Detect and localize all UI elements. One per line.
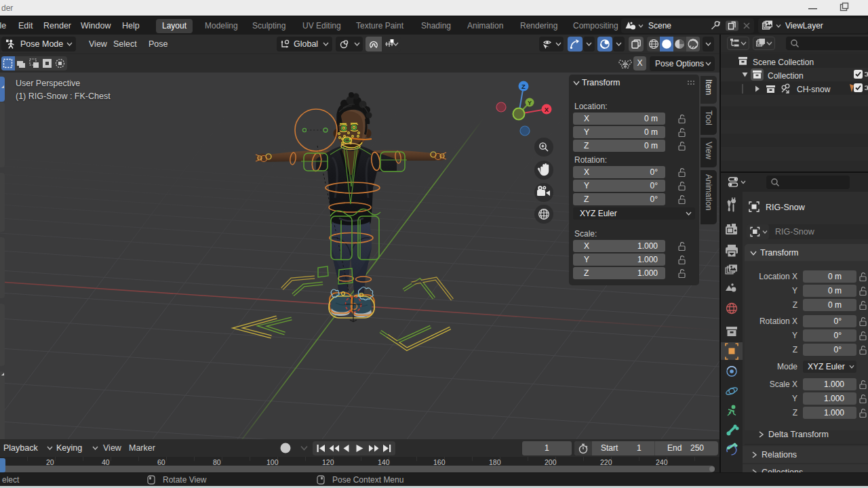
svg-text:Z: Z (521, 83, 526, 90)
svg-text:X: X (545, 106, 549, 113)
svg-text:Y: Y (528, 100, 532, 106)
